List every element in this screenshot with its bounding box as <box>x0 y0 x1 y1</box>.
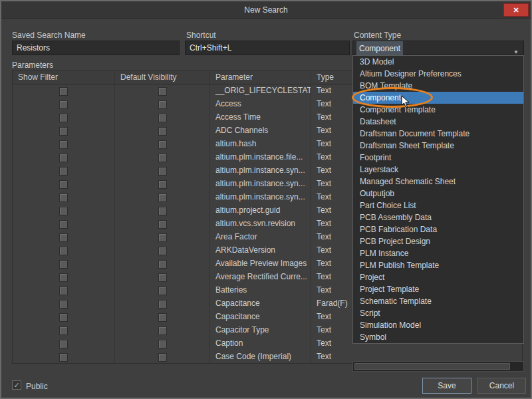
show-filter-checkbox[interactable] <box>59 207 68 215</box>
default-visibility-checkbox[interactable] <box>158 87 167 96</box>
column-header-show-filter[interactable]: Show Filter <box>13 71 115 84</box>
show-filter-checkbox[interactable] <box>59 100 68 109</box>
show-filter-checkbox[interactable] <box>59 300 68 309</box>
titlebar[interactable]: New Search <box>1 1 531 19</box>
show-filter-cell <box>13 244 115 257</box>
dropdown-item-datasheet[interactable]: Datasheet <box>353 116 523 128</box>
parameter-name: __ORIG_LIFECYCLESTATE... <box>210 84 311 98</box>
default-visibility-cell <box>115 178 210 191</box>
dropdown-item-project-template[interactable]: Project Template <box>353 283 523 295</box>
dropdown-item-component-template[interactable]: Component Template <box>353 104 523 116</box>
dropdown-item-pcb-project-design[interactable]: PCB Project Design <box>353 235 523 247</box>
dropdown-item-managed-schematic-sheet[interactable]: Managed Schematic Sheet <box>353 176 523 188</box>
cancel-button[interactable]: Cancel <box>477 378 526 394</box>
show-filter-cell <box>13 204 115 217</box>
default-visibility-checkbox[interactable] <box>158 300 167 309</box>
show-filter-cell <box>13 98 115 111</box>
horizontal-scrollbar[interactable] <box>352 361 524 372</box>
default-visibility-checkbox[interactable] <box>158 100 167 109</box>
default-visibility-cell <box>115 257 210 271</box>
dropdown-item-draftsman-sheet-template[interactable]: Draftsman Sheet Template <box>353 140 523 152</box>
dropdown-item-3d-model[interactable]: 3D Model <box>353 56 523 68</box>
default-visibility-checkbox[interactable] <box>158 207 167 215</box>
parameter-name: Average Rectified Curre... <box>210 271 311 284</box>
default-visibility-checkbox[interactable] <box>158 260 167 269</box>
show-filter-checkbox[interactable] <box>59 154 68 162</box>
default-visibility-cell <box>115 124 210 138</box>
dropdown-item-script[interactable]: Script <box>353 307 523 319</box>
show-filter-checkbox[interactable] <box>59 340 68 348</box>
default-visibility-checkbox[interactable] <box>158 127 167 136</box>
default-visibility-checkbox[interactable] <box>158 167 167 176</box>
dropdown-item-pcb-fabrication-data[interactable]: PCB Fabrication Data <box>353 223 523 235</box>
dropdown-item-part-choice-list[interactable]: Part Choice List <box>353 200 523 211</box>
show-filter-checkbox[interactable] <box>59 167 68 176</box>
parameter-name: altium.plm.instance.syn... <box>210 164 311 178</box>
default-visibility-checkbox[interactable] <box>158 233 167 242</box>
default-visibility-cell <box>115 271 210 284</box>
parameter-name: Batteries <box>210 284 311 297</box>
default-visibility-checkbox[interactable] <box>158 340 167 348</box>
content-type-select[interactable]: Component ▼ <box>352 41 524 55</box>
dropdown-item-bom-template[interactable]: BOM Template <box>353 80 523 92</box>
dropdown-item-plm-instance[interactable]: PLM Instance <box>353 247 523 259</box>
public-checkbox[interactable]: ✓ <box>12 380 21 390</box>
default-visibility-cell <box>115 244 210 257</box>
parameter-name: altium.vcs.svn.revision <box>210 217 311 231</box>
parameter-name: altium.plm.instance.syn... <box>210 191 311 204</box>
show-filter-checkbox[interactable] <box>59 194 68 202</box>
default-visibility-checkbox[interactable] <box>158 194 167 202</box>
dropdown-item-plm-publish-template[interactable]: PLM Publish Template <box>353 259 523 271</box>
default-visibility-checkbox[interactable] <box>158 180 167 189</box>
dropdown-item-component[interactable]: Component <box>353 92 523 104</box>
dropdown-item-pcb-assembly-data[interactable]: PCB Assembly Data <box>353 211 523 223</box>
parameter-name: Case Code (Imperial) <box>210 350 311 364</box>
dropdown-item-footprint[interactable]: Footprint <box>353 152 523 164</box>
column-header-default-visibility[interactable]: Default Visibility <box>115 71 210 84</box>
default-visibility-checkbox[interactable] <box>158 353 167 362</box>
default-visibility-checkbox[interactable] <box>158 313 167 322</box>
default-visibility-checkbox[interactable] <box>158 327 167 335</box>
default-visibility-checkbox[interactable] <box>158 114 167 122</box>
new-search-dialog: New Search ✕ Saved Search Name Shortcut … <box>0 0 532 399</box>
dropdown-item-schematic-template[interactable]: Schematic Template <box>353 295 523 307</box>
close-button[interactable]: ✕ <box>503 3 529 17</box>
show-filter-cell <box>13 217 115 231</box>
show-filter-checkbox[interactable] <box>59 127 68 136</box>
show-filter-checkbox[interactable] <box>59 180 68 189</box>
dropdown-item-layerstack[interactable]: Layerstack <box>353 164 523 176</box>
close-icon: ✕ <box>513 6 519 14</box>
parameter-name: Capacitance <box>210 311 311 324</box>
default-visibility-checkbox[interactable] <box>158 220 167 229</box>
dropdown-item-draftsman-document-template[interactable]: Draftsman Document Template <box>353 128 523 140</box>
dropdown-item-simulation-model[interactable]: Simulation Model <box>353 319 523 331</box>
show-filter-checkbox[interactable] <box>59 247 68 255</box>
default-visibility-checkbox[interactable] <box>158 287 167 295</box>
show-filter-checkbox[interactable] <box>59 287 68 295</box>
default-visibility-checkbox[interactable] <box>158 273 167 282</box>
dropdown-item-project[interactable]: Project <box>353 271 523 283</box>
show-filter-checkbox[interactable] <box>59 87 68 96</box>
shortcut-input[interactable]: Ctrl+Shift+L <box>185 41 350 55</box>
show-filter-checkbox[interactable] <box>59 327 68 335</box>
default-visibility-checkbox[interactable] <box>158 140 167 149</box>
show-filter-checkbox[interactable] <box>59 114 68 122</box>
show-filter-checkbox[interactable] <box>59 140 68 149</box>
show-filter-checkbox[interactable] <box>59 233 68 242</box>
dropdown-item-altium-designer-preferences[interactable]: Altium Designer Preferences <box>353 68 523 80</box>
scrollbar-thumb[interactable] <box>354 363 510 370</box>
column-header-parameter[interactable]: Parameter <box>210 71 311 84</box>
parameter-name: altium.project.guid <box>210 204 311 217</box>
save-button[interactable]: Save <box>422 378 471 394</box>
show-filter-cell <box>13 231 115 244</box>
show-filter-checkbox[interactable] <box>59 260 68 269</box>
show-filter-checkbox[interactable] <box>59 353 68 362</box>
dropdown-item-symbol[interactable]: Symbol <box>353 331 523 343</box>
default-visibility-checkbox[interactable] <box>158 154 167 162</box>
show-filter-checkbox[interactable] <box>59 220 68 229</box>
dropdown-item-outputjob[interactable]: Outputjob <box>353 188 523 200</box>
show-filter-checkbox[interactable] <box>59 313 68 322</box>
default-visibility-checkbox[interactable] <box>158 247 167 255</box>
show-filter-checkbox[interactable] <box>59 273 68 282</box>
saved-search-name-input[interactable]: Resistors <box>12 41 180 55</box>
